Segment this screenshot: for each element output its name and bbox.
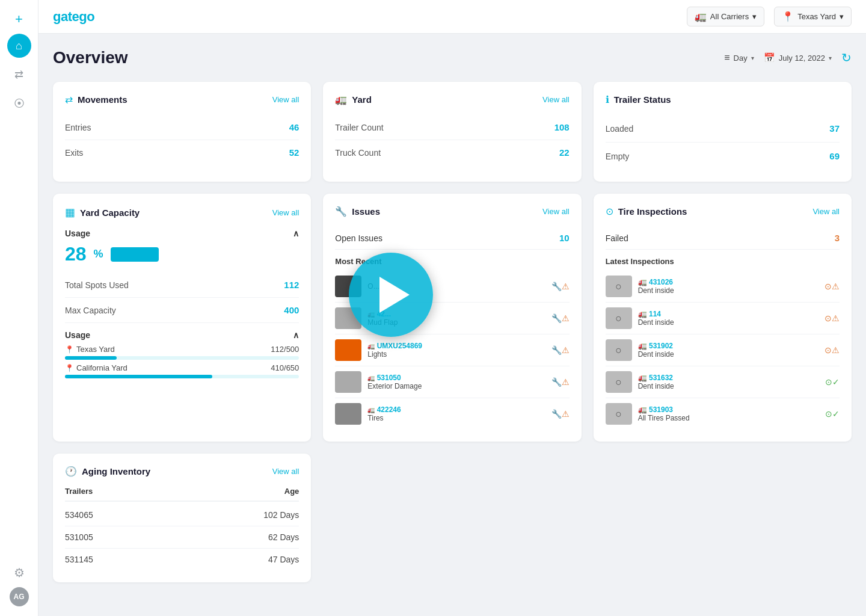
issues-card-header: 🔧 Issues View all <box>335 206 569 217</box>
yard-title-row: 🚛 Yard <box>335 94 372 105</box>
date-select-button[interactable]: 📅 July 12, 2022 ▾ <box>764 50 832 66</box>
california-progress-fill <box>65 375 212 378</box>
insp-status-3: ⊙⚠ <box>825 345 840 355</box>
insp-tag-icon-4: 🚛 <box>638 374 647 382</box>
movements-card: ⇄ Movements View all Entries 46 Exits 52 <box>53 82 311 182</box>
aging-inventory-title: Aging Inventory <box>82 466 150 476</box>
aging-age-3: 47 Days <box>268 555 299 564</box>
issue-item-3: 🚛 UMXU254869 Lights 🔧⚠ <box>335 334 569 366</box>
insp-desc-4: Dent inside <box>638 382 819 390</box>
yard-title: Yard <box>352 94 372 105</box>
sidebar-item-home[interactable]: ⌂ <box>7 34 31 58</box>
california-yard-row: 📍 California Yard 410/650 <box>65 363 299 372</box>
open-issues-label: Open Issues <box>335 233 382 243</box>
tire-inspections-header: ⊙ Tire Inspections View all <box>606 206 840 217</box>
insp-tag-icon-5: 🚛 <box>638 405 647 414</box>
issue-thumb-3 <box>335 339 361 361</box>
trailer-count-row: Trailer Count 108 <box>335 115 569 140</box>
california-name: California Yard <box>76 363 127 372</box>
issues-view-all[interactable]: View all <box>542 207 570 216</box>
inspection-item-1: ○ 🚛 431026 Dent inside ⊙⚠ <box>606 271 840 303</box>
percent-value: 28 <box>65 243 87 265</box>
issue-desc-5: Tires <box>367 414 545 422</box>
movements-view-all[interactable]: View all <box>272 95 299 104</box>
yard-truck-icon: 🚛 <box>335 94 347 105</box>
california-progress-bar <box>65 375 299 378</box>
fail-icon-2: ⊙⚠ <box>825 313 840 323</box>
issue-desc-3: Lights <box>367 350 545 359</box>
insp-status-2: ⊙⚠ <box>825 313 840 323</box>
issues-title-row: 🔧 Issues <box>335 206 380 217</box>
sidebar-item-location[interactable]: ⦿ <box>7 91 31 116</box>
insp-tag-icon-3: 🚛 <box>638 342 647 350</box>
truck-count-label: Truck Count <box>335 148 381 158</box>
issue-info-5: 🚛 422246 Tires <box>367 405 545 422</box>
add-button[interactable]: + <box>10 10 29 29</box>
carriers-select[interactable]: 🚛 All Carriers ▾ <box>687 7 764 26</box>
issue-id-3: 🚛 UMXU254869 <box>367 342 545 350</box>
empty-label: Empty <box>606 152 630 161</box>
wrench-flag-icon-4: 🔧⚠ <box>551 377 570 387</box>
yard-capacity-view-all[interactable]: View all <box>272 208 299 217</box>
aging-trailer-1: 534065 <box>65 510 93 520</box>
video-play-button[interactable] <box>349 253 433 337</box>
issue-info-4: 🚛 531050 Exterior Damage <box>367 374 545 390</box>
aging-age-2: 62 Days <box>268 532 299 542</box>
insp-desc-1: Dent inside <box>638 286 818 295</box>
date-chevron-icon: ▾ <box>829 55 832 61</box>
avatar[interactable]: AG <box>10 587 29 606</box>
trailer-status-header: ℹ Trailer Status <box>606 94 840 105</box>
insp-info-5: 🚛 531903 All Tires Passed <box>638 405 819 422</box>
trailer-status-icon: ℹ <box>606 94 609 105</box>
calendar-icon: 📅 <box>764 52 775 63</box>
movements-card-header: ⇄ Movements View all <box>65 94 299 105</box>
aging-inventory-view-all[interactable]: View all <box>272 467 299 476</box>
inspection-item-4: ○ 🚛 531632 Dent inside ⊙✓ <box>606 366 840 398</box>
yard-view-all[interactable]: View all <box>542 95 570 104</box>
page-header: Overview ≡ Day ▾ 📅 July 12, 2022 ▾ ↻ <box>53 48 852 67</box>
texas-progress-fill <box>65 356 117 360</box>
aging-clock-icon: 🕐 <box>65 466 77 477</box>
page-title: Overview <box>53 48 128 67</box>
failed-row: Failed 3 <box>606 227 840 250</box>
total-spots-value: 112 <box>284 280 299 290</box>
topbar-controls: 🚛 All Carriers ▾ 📍 Texas Yard ▾ <box>687 7 852 26</box>
logo-go: go <box>79 9 94 24</box>
california-yard-name: 📍 California Yard <box>65 363 127 372</box>
refresh-icon: ↻ <box>841 51 852 64</box>
refresh-button[interactable]: ↻ <box>841 51 852 65</box>
exits-label: Exits <box>65 148 83 158</box>
insp-info-4: 🚛 531632 Dent inside <box>638 374 819 390</box>
california-pin-icon: 📍 <box>65 364 74 372</box>
insp-id-2: 🚛 114 <box>638 310 818 318</box>
yard-chevron-icon: ▾ <box>840 12 844 21</box>
insp-thumb-3: ○ <box>606 339 632 361</box>
insp-thumb-5: ○ <box>606 403 632 425</box>
empty-value: 69 <box>829 151 840 161</box>
wrench-flag-icon-3: 🔧⚠ <box>551 345 570 355</box>
insp-thumb-1: ○ <box>606 276 632 297</box>
texas-progress-bar <box>65 356 299 360</box>
carriers-label: All Carriers <box>710 12 749 21</box>
insp-thumb-2: ○ <box>606 307 632 329</box>
day-view-button[interactable]: ≡ Day ▾ <box>724 50 754 66</box>
aging-age-1: 102 Days <box>263 510 299 520</box>
insp-id-4: 🚛 531632 <box>638 374 819 382</box>
open-issues-value: 10 <box>559 233 570 243</box>
insp-status-1: ⊙⚠ <box>825 282 840 291</box>
yard-select[interactable]: 📍 Texas Yard ▾ <box>774 7 852 26</box>
exits-value: 52 <box>289 147 299 158</box>
yard-capacity-title: Yard Capacity <box>80 208 140 218</box>
carriers-chevron-icon: ▾ <box>752 12 757 21</box>
aging-row-3: 531145 47 Days <box>65 549 299 570</box>
trailer-count-label: Trailer Count <box>335 123 383 132</box>
issue-desc-4: Exterior Damage <box>367 382 545 390</box>
settings-icon[interactable]: ⚙ <box>14 565 25 580</box>
inspection-item-3: ○ 🚛 531902 Dent inside ⊙⚠ <box>606 334 840 366</box>
tire-inspections-view-all[interactable]: View all <box>812 207 840 216</box>
menu-icon: ≡ <box>724 52 729 63</box>
yard-pin-icon: 📍 <box>782 11 794 22</box>
sidebar-item-movements[interactable]: ⇄ <box>7 63 31 87</box>
dashboard-grid: ⇄ Movements View all Entries 46 Exits 52 <box>53 82 852 582</box>
tire-icon: ⊙ <box>606 206 613 217</box>
